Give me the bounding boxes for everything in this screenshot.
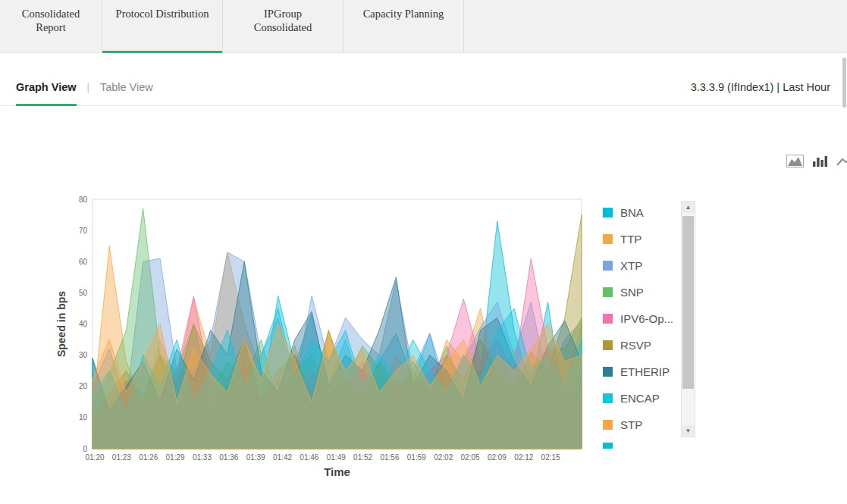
x-tick-label: 01:52 xyxy=(353,453,372,462)
view-switcher-row: Graph View | Table View 3.3.3.9 (IfIndex… xyxy=(0,68,847,106)
legend-label: RSVP xyxy=(620,339,651,352)
x-tick-label: 01:26 xyxy=(139,453,158,462)
view-separator: | xyxy=(87,81,89,92)
report-tab-bar: Consolidated ReportProtocol Distribution… xyxy=(0,0,847,53)
area-chart-icon[interactable] xyxy=(786,154,804,168)
legend-swatch xyxy=(603,261,613,271)
x-tick-label: 01:49 xyxy=(327,453,346,462)
x-tick-label: 02:15 xyxy=(541,453,560,462)
x-tick-label: 01:29 xyxy=(166,453,185,462)
y-tick-label: 50 xyxy=(79,289,88,297)
x-tick-label: 02:09 xyxy=(488,453,507,462)
legend-swatch xyxy=(603,314,613,324)
x-tick-label: 01:23 xyxy=(112,453,131,462)
table-view-label: Table View xyxy=(100,81,153,93)
tab-protocol-distribution[interactable]: Protocol Distribution xyxy=(102,0,223,52)
tab-label: IPGroup Consolidated xyxy=(254,8,312,33)
graph-view-tab[interactable]: Graph View xyxy=(16,68,77,105)
page: Consolidated ReportProtocol Distribution… xyxy=(0,0,847,504)
y-tick-label: 60 xyxy=(79,258,88,266)
chart-legend: BNATTPXTPSNPIPV6-Op...RSVPETHERIPENCAPST… xyxy=(603,199,701,449)
area-chart-svg: 0102030405060708001:2001:2301:2601:2901:… xyxy=(53,189,593,487)
tab-ipgroup-consolidated[interactable]: IPGroup Consolidated xyxy=(223,0,344,52)
y-tick-label: 30 xyxy=(79,351,88,359)
legend-label: ENCAP xyxy=(620,392,660,405)
interface-context-label: 3.3.3.9 (IfIndex1) | Last Hour xyxy=(691,81,830,93)
legend-item-partial[interactable] xyxy=(603,443,613,449)
tab-label: Capacity Planning xyxy=(363,8,444,20)
x-tick-label: 02:12 xyxy=(514,453,533,462)
x-tick-label: 01:33 xyxy=(193,453,212,462)
x-tick-label: 01:46 xyxy=(300,453,318,462)
legend-swatch xyxy=(603,287,613,297)
x-tick-label: 01:59 xyxy=(407,453,426,462)
legend-swatch xyxy=(603,208,613,218)
tab-label: Consolidated Report xyxy=(22,8,80,33)
tab-capacity-planning[interactable]: Capacity Planning xyxy=(344,0,464,52)
y-tick-label: 10 xyxy=(79,413,88,421)
table-view-tab[interactable]: Table View xyxy=(100,68,153,105)
legend-swatch xyxy=(603,340,613,350)
legend-swatch xyxy=(603,393,613,403)
legend-swatch xyxy=(603,234,613,244)
legend-scroll-track[interactable] xyxy=(682,213,695,425)
y-tick-label: 0 xyxy=(83,445,87,453)
x-tick-label: 01:20 xyxy=(85,453,104,462)
protocol-area-chart: 0102030405060708001:2001:2301:2601:2901:… xyxy=(53,189,593,490)
legend-label: STP xyxy=(620,418,642,431)
tab-label: Protocol Distribution xyxy=(116,8,209,20)
page-scroll-thumb[interactable] xyxy=(842,58,846,108)
graph-view-label: Graph View xyxy=(16,81,77,93)
legend-scrollbar[interactable]: ▲ ▼ xyxy=(681,201,695,437)
x-tick-label: 01:56 xyxy=(380,453,399,462)
x-axis-title: Time xyxy=(324,465,350,478)
y-tick-label: 70 xyxy=(79,227,88,235)
y-tick-label: 40 xyxy=(79,320,88,328)
chart-type-toolbar xyxy=(786,154,847,168)
legend-swatch xyxy=(603,420,613,430)
scroll-down-arrow[interactable]: ▼ xyxy=(682,425,695,437)
page-scrollbar[interactable] xyxy=(842,58,846,482)
view-switch: Graph View | Table View xyxy=(16,68,153,105)
x-tick-label: 02:05 xyxy=(461,453,480,462)
y-tick-label: 20 xyxy=(79,382,88,390)
legend-scroll-thumb[interactable] xyxy=(682,216,694,389)
legend-label: BNA xyxy=(620,206,644,219)
bar-chart-icon[interactable] xyxy=(811,154,829,168)
legend-label: SNP xyxy=(620,286,644,299)
scroll-up-arrow[interactable]: ▲ xyxy=(682,202,695,213)
y-tick-label: 80 xyxy=(79,196,88,204)
legend-swatch xyxy=(603,367,613,377)
legend-label: TTP xyxy=(620,233,642,246)
legend-label: IPV6-Op... xyxy=(620,312,673,325)
x-tick-label: 01:36 xyxy=(219,453,238,462)
tab-consolidated-report[interactable]: Consolidated Report xyxy=(0,0,102,52)
x-tick-label: 01:39 xyxy=(246,453,265,462)
x-tick-label: 02:02 xyxy=(434,453,453,462)
legend-label: ETHERIP xyxy=(620,365,670,378)
y-axis-title: Speed in bps xyxy=(55,291,67,357)
legend-label: XTP xyxy=(620,259,642,272)
x-tick-label: 01:42 xyxy=(273,453,292,462)
